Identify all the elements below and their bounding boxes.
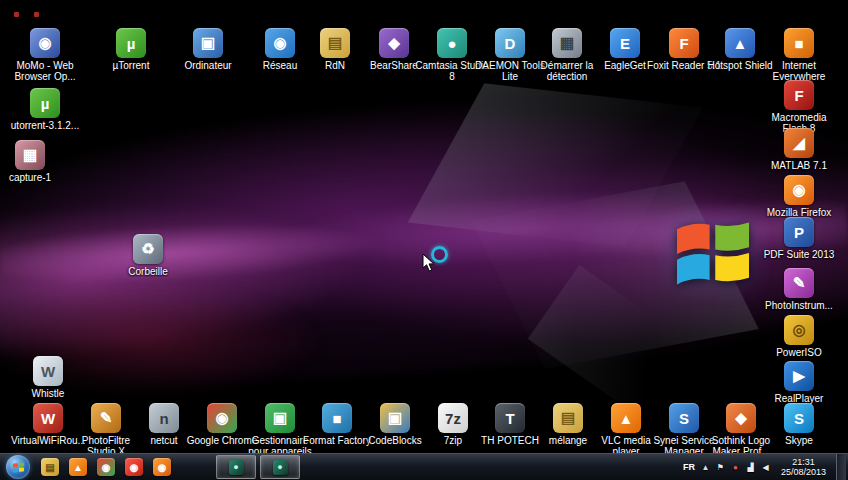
taskbar-icon-app-red[interactable]: ◉ <box>120 455 148 479</box>
app-icon: S <box>669 403 699 433</box>
action-center-flag-icon[interactable]: ⚑ <box>715 463 726 472</box>
app-icon: ◆ <box>726 403 756 433</box>
app-icon: µ <box>30 88 60 118</box>
app-icon: ■ <box>784 28 814 58</box>
show-desktop-button[interactable] <box>836 454 846 480</box>
desktop-icon-whistle[interactable]: WWhistle <box>11 356 85 399</box>
desktop-icon-grid: ◉MoMo - Web Browser Op...µµTorrent▣Ordin… <box>0 0 848 480</box>
icon-label: Ordinateur <box>171 60 245 71</box>
icon-label: Corbeille <box>111 266 185 277</box>
app-icon: ▶ <box>784 361 814 391</box>
app-icon: ▣ <box>380 403 410 433</box>
icon-label: MATLAB 7.1 <box>762 160 836 171</box>
app-icon: 7z <box>438 403 468 433</box>
desktop-icon-skype[interactable]: SSkype <box>762 403 836 446</box>
app-icon: ♻ <box>133 234 163 264</box>
app-icon: S <box>784 403 814 433</box>
windows-logo-icon <box>13 462 24 472</box>
desktop-icon-utorrent-3-1-2[interactable]: µutorrent-3.1.2... <box>8 88 82 131</box>
app-icon: ▦ <box>15 140 45 170</box>
app-icon: ■ <box>322 403 352 433</box>
desktop-icon-ordinateur[interactable]: ▣Ordinateur <box>171 28 245 71</box>
app-icon: ▦ <box>552 28 582 58</box>
quick-launch-area: ▤▲◉◉◉ <box>36 455 176 479</box>
desktop-icon-photoinstrum[interactable]: ✎PhotoInstrum... <box>762 268 836 311</box>
app-icon: ▤ <box>553 403 583 433</box>
camtasia-recorder-icon: ● <box>229 460 244 475</box>
app-icon: T <box>495 403 525 433</box>
app-icon: D <box>495 28 525 58</box>
app-icon: ✎ <box>91 403 121 433</box>
taskbar-icon-google-chrome[interactable]: ◉ <box>92 455 120 479</box>
network-icon[interactable]: ▟ <box>745 463 756 472</box>
app-icon: n <box>149 403 179 433</box>
taskbar: ▤▲◉◉◉ ●● FR ▲⚑●▟◀ 21:31 25/08/2013 <box>0 453 848 480</box>
app-icon: ▲ <box>725 28 755 58</box>
start-button[interactable] <box>6 455 30 479</box>
icon-label: µTorrent <box>94 60 168 71</box>
icon-label: Internet Everywhere <box>762 60 836 82</box>
app-icon: W <box>33 403 63 433</box>
icon-label: PowerISO <box>762 347 836 358</box>
open-windows-area: ●● <box>176 455 300 479</box>
taskbar-icon-vlc-media-player[interactable]: ▲ <box>64 455 92 479</box>
google-chrome-icon: ◉ <box>97 458 115 476</box>
icon-label: PhotoInstrum... <box>762 300 836 311</box>
clock-date: 25/08/2013 <box>781 467 826 477</box>
windows-explorer-icon: ▤ <box>41 458 59 476</box>
desktop-icon-corbeille[interactable]: ♻Corbeille <box>111 234 185 277</box>
app-icon: W <box>33 356 63 386</box>
hidden-icons-arrow-icon[interactable]: ▲ <box>700 463 711 472</box>
app-icon: ◆ <box>379 28 409 58</box>
app-red-icon: ◉ <box>125 458 143 476</box>
clock-time: 21:31 <box>781 457 826 467</box>
icon-label: Skype <box>762 435 836 446</box>
taskbar-window-camtasia-recorder[interactable]: ● <box>216 455 256 479</box>
app-icon: ▲ <box>611 403 641 433</box>
desktop-icon-matlab-7-1[interactable]: ◢MATLAB 7.1 <box>762 128 836 171</box>
app-icon: ✎ <box>784 268 814 298</box>
app-icon: ◢ <box>784 128 814 158</box>
icon-label: capture-1 <box>0 172 67 183</box>
app-icon: µ <box>116 28 146 58</box>
desktop-icon-torrent[interactable]: µµTorrent <box>94 28 168 71</box>
desktop-icon-momo-web-browser-op[interactable]: ◉MoMo - Web Browser Op... <box>8 28 82 82</box>
system-tray: FR ▲⚑●▟◀ 21:31 25/08/2013 <box>683 454 848 480</box>
app-icon: F <box>669 28 699 58</box>
desktop-icon-capture-1[interactable]: ▦capture-1 <box>0 140 67 183</box>
app-icon: E <box>610 28 640 58</box>
icon-label: Whistle <box>11 388 85 399</box>
app-icon: ▣ <box>193 28 223 58</box>
icon-label: PDF Suite 2013 <box>762 249 836 260</box>
desktop-icon-poweriso[interactable]: ◎PowerISO <box>762 315 836 358</box>
app-icon: ◉ <box>265 28 295 58</box>
app-icon: ◉ <box>207 403 237 433</box>
language-indicator[interactable]: FR <box>683 462 695 472</box>
taskbar-window-camtasia-studio[interactable]: ● <box>260 455 300 479</box>
vlc-media-player-icon: ▲ <box>69 458 87 476</box>
app-icon: ◉ <box>784 175 814 205</box>
desktop: ◉MoMo - Web Browser Op...µµTorrent▣Ordin… <box>0 0 848 480</box>
app-icon: ▤ <box>320 28 350 58</box>
desktop-icon-internet-everywhere[interactable]: ■Internet Everywhere <box>762 28 836 82</box>
desktop-icon-pdf-suite-2013[interactable]: PPDF Suite 2013 <box>762 217 836 260</box>
tray-icons: ▲⚑●▟◀ <box>700 463 771 472</box>
taskbar-icon-firefox[interactable]: ◉ <box>148 455 176 479</box>
desktop-icon-realplayer[interactable]: ▶RealPlayer <box>762 361 836 404</box>
app-icon: ▣ <box>265 403 295 433</box>
icon-label: MoMo - Web Browser Op... <box>8 60 82 82</box>
firefox-icon: ◉ <box>153 458 171 476</box>
taskbar-icon-windows-explorer[interactable]: ▤ <box>36 455 64 479</box>
app-icon: ◉ <box>30 28 60 58</box>
app-icon: P <box>784 217 814 247</box>
icon-label: utorrent-3.1.2... <box>8 120 82 131</box>
security-alert-icon[interactable]: ● <box>730 463 741 472</box>
desktop-icon-macromedia-flash-8[interactable]: FMacromedia Flash 8 <box>762 80 836 134</box>
app-icon: ● <box>437 28 467 58</box>
desktop-icon-mozilla-firefox[interactable]: ◉Mozilla Firefox <box>762 175 836 218</box>
volume-icon[interactable]: ◀ <box>760 463 771 472</box>
camtasia-studio-icon: ● <box>273 460 288 475</box>
taskbar-clock[interactable]: 21:31 25/08/2013 <box>781 457 826 477</box>
app-icon: F <box>784 80 814 110</box>
app-icon: ◎ <box>784 315 814 345</box>
